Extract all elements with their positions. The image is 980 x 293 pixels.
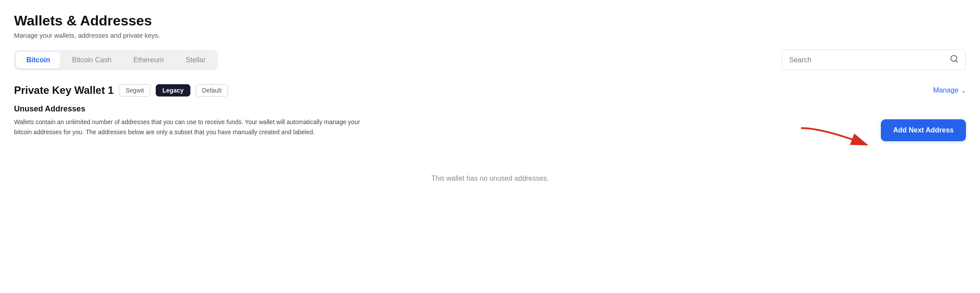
chevron-down-icon: ⌄ [961, 87, 966, 94]
wallet-name: Private Key Wallet 1 [14, 84, 114, 96]
tab-group: Bitcoin Bitcoin Cash Ethereum Stellar [14, 50, 218, 70]
tab-ethereum[interactable]: Ethereum [123, 52, 174, 68]
search-icon[interactable] [950, 54, 959, 65]
badge-segwit[interactable]: Segwit [119, 84, 150, 96]
wallet-header: Private Key Wallet 1 Segwit Legacy Defau… [14, 84, 966, 96]
add-next-address-button[interactable]: Add Next Address [881, 119, 966, 141]
page-header: Wallets & Addresses Manage your wallets,… [14, 12, 966, 39]
svg-line-1 [956, 61, 958, 62]
red-arrow-icon [797, 124, 876, 150]
tabs-search-row: Bitcoin Bitcoin Cash Ethereum Stellar [14, 50, 966, 70]
search-input[interactable] [789, 56, 946, 64]
unused-addresses-title: Unused Addresses [14, 104, 966, 114]
manage-button[interactable]: Manage ⌄ [933, 86, 966, 94]
tab-stellar[interactable]: Stellar [175, 52, 216, 68]
search-box [782, 50, 966, 70]
empty-state-message: This wallet has no unused addresses. [14, 168, 966, 189]
page-title: Wallets & Addresses [14, 12, 966, 29]
tab-bitcoin[interactable]: Bitcoin [16, 52, 61, 68]
tab-bitcoin-cash[interactable]: Bitcoin Cash [61, 52, 122, 68]
manage-label: Manage [933, 86, 959, 94]
wallet-section: Private Key Wallet 1 Segwit Legacy Defau… [14, 84, 966, 189]
arrow-container [797, 124, 876, 150]
wallet-title-row: Private Key Wallet 1 Segwit Legacy Defau… [14, 84, 228, 96]
action-row: Add Next Address [14, 119, 966, 150]
badge-default[interactable]: Default [196, 84, 228, 96]
badge-legacy[interactable]: Legacy [156, 84, 190, 96]
page-subtitle: Manage your wallets, addresses and priva… [14, 32, 966, 39]
